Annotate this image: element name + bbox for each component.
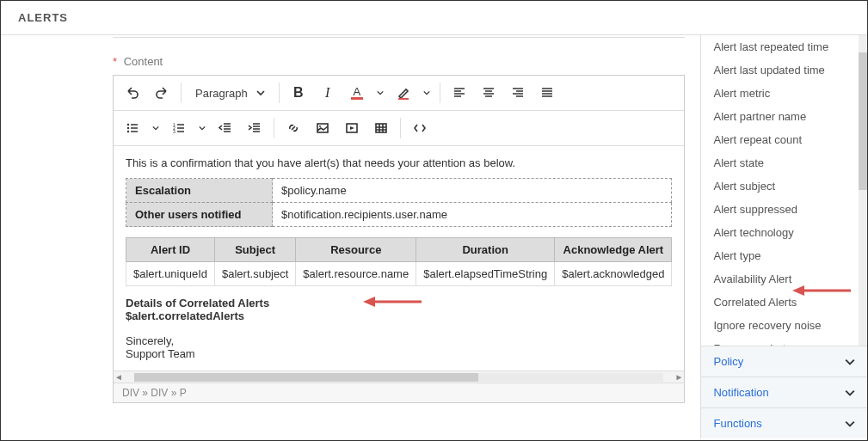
- signoff: Sincerely, Support Team: [126, 334, 672, 360]
- bullet-list-dropdown[interactable]: [148, 114, 163, 142]
- meta-value: $notification.recipients.user.name: [273, 203, 672, 227]
- variable-item[interactable]: Alert subject: [701, 175, 867, 198]
- scroll-right-arrow-icon[interactable]: ►: [674, 372, 684, 382]
- variable-item[interactable]: Alert technology: [701, 221, 867, 244]
- variables-sidebar: Alert last repeated time Alert last upda…: [700, 35, 867, 438]
- signoff-line1: Sincerely,: [126, 334, 672, 347]
- scroll-left-arrow-icon[interactable]: ◄: [114, 372, 124, 382]
- table-row: Other users notified $notification.recip…: [126, 203, 672, 227]
- bullet-list-button[interactable]: [119, 114, 146, 142]
- variable-item[interactable]: Alert repeat count: [701, 128, 867, 151]
- bold-button[interactable]: B: [285, 79, 312, 107]
- horizontal-scrollbar[interactable]: ◄ ►: [114, 371, 684, 383]
- editor-content[interactable]: This is a confirmation that you have ale…: [114, 146, 684, 371]
- variable-item[interactable]: Recovery alert: [701, 337, 867, 346]
- chevron-down-icon: [256, 89, 265, 97]
- redo-button[interactable]: [148, 79, 175, 107]
- toolbar-separator: [279, 83, 280, 103]
- content-field-label: * Content: [113, 38, 685, 75]
- table-row: $alert.uniqueId $alert.subject $alert.re…: [126, 262, 672, 286]
- variable-item[interactable]: Availability Alert: [701, 267, 867, 291]
- align-right-button[interactable]: [504, 79, 532, 107]
- panel-notification[interactable]: Notification: [701, 377, 867, 407]
- cell: $alert.acknowledged: [555, 262, 672, 286]
- cell: $alert.elapsedTimeString: [416, 262, 555, 286]
- variable-item-correlated-alerts[interactable]: Correlated Alerts: [701, 291, 867, 314]
- svg-point-3: [127, 131, 129, 132]
- rich-text-editor: Paragraph B I A: [113, 75, 685, 403]
- source-code-button[interactable]: [406, 114, 434, 142]
- alert-table: Alert ID Subject Resource Duration Ackno…: [126, 237, 672, 286]
- panel-functions[interactable]: Functions: [701, 407, 867, 438]
- highlight-dropdown[interactable]: [419, 79, 434, 107]
- chevron-down-icon: [845, 419, 855, 429]
- cell: $alert.subject: [215, 262, 296, 286]
- svg-point-8: [319, 126, 321, 127]
- required-marker: *: [113, 55, 117, 68]
- variable-item[interactable]: Alert type: [701, 244, 867, 267]
- text-color-button[interactable]: A: [343, 79, 371, 107]
- image-button[interactable]: [309, 114, 336, 142]
- link-button[interactable]: [280, 114, 307, 142]
- page-title: ALERTS: [18, 11, 68, 24]
- align-center-button[interactable]: [475, 79, 502, 107]
- meta-label: Other users notified: [126, 203, 273, 227]
- variable-item[interactable]: Alert suppressed: [701, 198, 867, 221]
- table-header-row: Alert ID Subject Resource Duration Ackno…: [126, 238, 672, 262]
- breadcrumb-text: DIV » DIV » P: [122, 387, 187, 399]
- correlated-alerts-var: $alert.correlatedAlerts: [126, 309, 672, 322]
- chevron-down-icon: [845, 357, 855, 367]
- toolbar-separator: [181, 83, 182, 103]
- indent-button[interactable]: [241, 114, 268, 142]
- table-button[interactable]: [367, 114, 395, 142]
- block-format-select[interactable]: Paragraph: [187, 83, 274, 103]
- block-format-label: Paragraph: [195, 87, 248, 100]
- content-label-text: Content: [124, 55, 163, 68]
- table-row: Escalation $policy.name: [126, 179, 672, 203]
- svg-point-2: [127, 127, 129, 129]
- undo-button[interactable]: [119, 79, 146, 107]
- variable-item[interactable]: Alert partner name: [701, 105, 867, 128]
- numbered-list-button[interactable]: 123: [165, 114, 193, 142]
- highlight-button[interactable]: [390, 79, 417, 107]
- meta-label: Escalation: [126, 179, 273, 203]
- meta-value: $policy.name: [273, 179, 672, 203]
- svg-text:3: 3: [173, 129, 175, 134]
- toolbar-row-1: Paragraph B I A: [114, 76, 684, 111]
- toolbar-row-2: 123: [114, 111, 684, 146]
- align-left-button[interactable]: [446, 79, 473, 107]
- variable-item[interactable]: Alert last updated time: [701, 58, 867, 82]
- signoff-line2: Support Team: [126, 347, 672, 360]
- svg-rect-10: [376, 124, 386, 132]
- col-header: Acknowledge Alert: [555, 238, 672, 262]
- cell: $alert.uniqueId: [126, 262, 215, 286]
- cell: $alert.resource.name: [296, 262, 416, 286]
- toolbar-separator: [400, 118, 401, 138]
- variables-list[interactable]: Alert last repeated time Alert last upda…: [701, 35, 867, 346]
- chevron-down-icon: [845, 388, 855, 398]
- panel-label: Notification: [713, 386, 768, 399]
- align-justify-button[interactable]: [533, 79, 561, 107]
- variable-item[interactable]: Alert last repeated time: [701, 35, 867, 58]
- svg-point-1: [127, 124, 129, 126]
- panel-label: Functions: [713, 417, 761, 430]
- intro-text: This is a confirmation that you have ale…: [126, 156, 672, 169]
- col-header: Alert ID: [126, 238, 215, 262]
- italic-button[interactable]: I: [314, 79, 342, 107]
- vertical-scrollbar[interactable]: [859, 35, 867, 346]
- variable-item[interactable]: Alert metric: [701, 82, 867, 105]
- variable-item[interactable]: Ignore recovery noise: [701, 314, 867, 337]
- meta-table: Escalation $policy.name Other users noti…: [126, 178, 672, 227]
- text-color-dropdown[interactable]: [372, 79, 388, 107]
- page-header: ALERTS: [1, 1, 867, 35]
- panel-policy[interactable]: Policy: [701, 346, 867, 377]
- numbered-list-dropdown[interactable]: [194, 114, 210, 142]
- col-header: Subject: [215, 238, 296, 262]
- toolbar-separator: [274, 118, 274, 138]
- details-heading: Details of Correlated Alerts: [126, 297, 672, 309]
- outdent-button[interactable]: [212, 114, 239, 142]
- media-button[interactable]: [338, 114, 366, 142]
- element-path-breadcrumb[interactable]: DIV » DIV » P: [114, 383, 684, 402]
- panel-label: Policy: [713, 355, 743, 368]
- variable-item[interactable]: Alert state: [701, 151, 867, 175]
